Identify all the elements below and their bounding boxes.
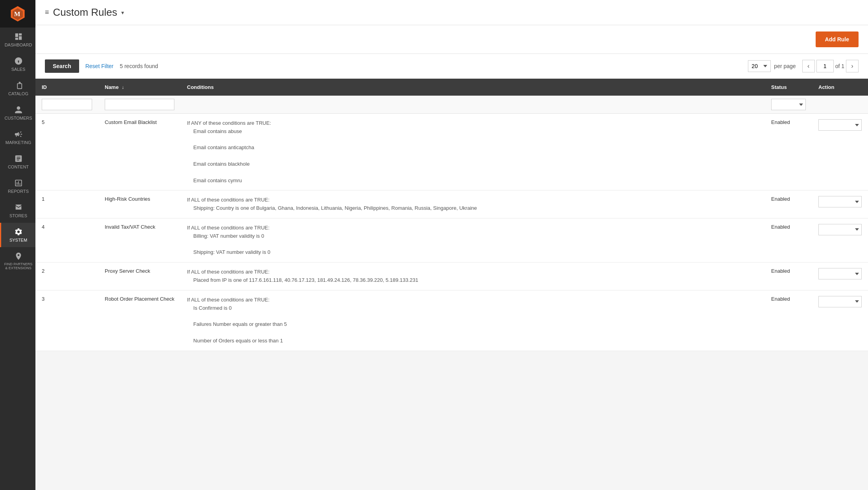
pagination: ‹ of 1 ›	[802, 60, 859, 72]
sidebar-item-catalog[interactable]: CATALOG	[0, 76, 35, 101]
col-header-name[interactable]: Name ↓	[98, 79, 181, 96]
sidebar-item-find-partners[interactable]: FIND PARTNERS & EXTENSIONS	[0, 247, 35, 275]
cell-action: EditDelete	[812, 290, 868, 351]
table-row: 4Invalid Tax/VAT CheckIf ALL of these co…	[35, 218, 868, 262]
action-select[interactable]: EditDelete	[818, 119, 862, 131]
sidebar-item-label: CATALOG	[8, 91, 28, 96]
page-title: Custom Rules	[53, 6, 117, 18]
search-bar: Search Reset Filter 5 records found 20 3…	[35, 54, 868, 79]
filter-id-input[interactable]	[42, 99, 92, 110]
col-header-status: Status	[765, 79, 812, 96]
table-row: 5Custom Email BlacklistIf ANY of these c…	[35, 114, 868, 190]
sidebar-item-content[interactable]: CONTENT	[0, 150, 35, 174]
cell-action: EditDelete	[812, 218, 868, 262]
cell-status: Enabled	[765, 190, 812, 218]
sidebar-item-label: CUSTOMERS	[4, 116, 32, 120]
sidebar-item-stores[interactable]: STORES	[0, 198, 35, 223]
table-row: 2Proxy Server CheckIf ALL of these condi…	[35, 263, 868, 290]
page-of-text: of 1	[835, 63, 844, 69]
records-found: 5 records found	[120, 63, 742, 69]
rules-table: ID Name ↓ Conditions Status Action	[35, 79, 868, 351]
main-content: ≡ Custom Rules ▾ Add Rule Search Reset F…	[35, 0, 868, 490]
action-select[interactable]: EditDelete	[818, 268, 862, 279]
cell-id: 2	[35, 263, 98, 290]
cell-status: Enabled	[765, 218, 812, 262]
sidebar-item-label: SALES	[11, 67, 25, 72]
magento-logo-icon: M	[9, 6, 26, 22]
reset-filter-button[interactable]: Reset Filter	[85, 63, 114, 69]
col-header-conditions: Conditions	[181, 79, 765, 96]
hamburger-icon[interactable]: ≡	[45, 8, 49, 17]
cell-action: EditDelete	[812, 263, 868, 290]
data-table-wrapper: ID Name ↓ Conditions Status Action	[35, 79, 868, 351]
table-header-row: ID Name ↓ Conditions Status Action	[35, 79, 868, 96]
toolbar: Add Rule	[35, 25, 868, 54]
sidebar-item-label: SYSTEM	[9, 238, 27, 242]
cell-action: EditDelete	[812, 114, 868, 190]
cell-conditions: If ANY of these conditions are TRUE: Ema…	[181, 114, 765, 190]
sidebar-logo: M	[0, 0, 35, 28]
sidebar-item-label: DASHBOARD	[5, 43, 32, 47]
prev-page-button[interactable]: ‹	[802, 60, 815, 72]
per-page-wrapper: 20 30 50 100 200 per page	[748, 60, 796, 72]
svg-text:M: M	[14, 10, 20, 18]
cell-conditions: If ALL of these conditions are TRUE: Bil…	[181, 218, 765, 262]
cell-id: 3	[35, 290, 98, 351]
sidebar-item-label: CONTENT	[8, 165, 29, 169]
per-page-label: per page	[774, 63, 796, 69]
cell-name: Custom Email Blacklist	[98, 114, 181, 190]
table-row: 3Robot Order Placement CheckIf ALL of th…	[35, 290, 868, 351]
filter-status-select[interactable]: Enabled Disabled	[771, 99, 806, 110]
action-select[interactable]: EditDelete	[818, 224, 862, 235]
action-select[interactable]: EditDelete	[818, 196, 862, 207]
cell-status: Enabled	[765, 263, 812, 290]
col-header-action: Action	[812, 79, 868, 96]
sidebar-item-dashboard[interactable]: DASHBOARD	[0, 28, 35, 52]
filter-name-input[interactable]	[105, 99, 174, 110]
per-page-select[interactable]: 20 30 50 100 200	[748, 60, 771, 72]
cell-conditions: If ALL of these conditions are TRUE: Pla…	[181, 263, 765, 290]
sidebar: M DASHBOARD SALES CATALOG CUSTOMERS MARK…	[0, 0, 35, 490]
col-header-id: ID	[35, 79, 98, 96]
filter-row: Enabled Disabled	[35, 96, 868, 114]
cell-status: Enabled	[765, 290, 812, 351]
cell-conditions: If ALL of these conditions are TRUE: Shi…	[181, 190, 765, 218]
search-button[interactable]: Search	[45, 59, 79, 73]
sidebar-item-customers[interactable]: CUSTOMERS	[0, 101, 35, 125]
cell-id: 5	[35, 114, 98, 190]
cell-status: Enabled	[765, 114, 812, 190]
cell-name: Invalid Tax/VAT Check	[98, 218, 181, 262]
sidebar-item-label: REPORTS	[8, 189, 29, 194]
cell-id: 4	[35, 218, 98, 262]
sidebar-item-marketing[interactable]: MARKETING	[0, 125, 35, 150]
add-rule-button[interactable]: Add Rule	[816, 31, 859, 47]
cell-id: 1	[35, 190, 98, 218]
sidebar-item-reports[interactable]: REPORTS	[0, 174, 35, 198]
next-page-button[interactable]: ›	[846, 60, 859, 72]
sidebar-item-label: STORES	[9, 213, 27, 218]
cell-name: Robot Order Placement Check	[98, 290, 181, 351]
sidebar-item-sales[interactable]: SALES	[0, 52, 35, 76]
table-row: 1High-Risk CountriesIf ALL of these cond…	[35, 190, 868, 218]
sort-arrow-name: ↓	[122, 85, 124, 90]
page-number-input[interactable]	[816, 60, 834, 72]
cell-conditions: If ALL of these conditions are TRUE: Is …	[181, 290, 765, 351]
sidebar-item-label: FIND PARTNERS & EXTENSIONS	[3, 262, 34, 270]
page-header: ≡ Custom Rules ▾	[35, 0, 868, 25]
cell-name: High-Risk Countries	[98, 190, 181, 218]
title-dropdown-icon[interactable]: ▾	[121, 9, 124, 16]
sidebar-item-label: MARKETING	[6, 140, 31, 145]
cell-name: Proxy Server Check	[98, 263, 181, 290]
cell-action: EditDelete	[812, 190, 868, 218]
sidebar-item-system[interactable]: SYSTEM	[0, 223, 35, 247]
action-select[interactable]: EditDelete	[818, 296, 862, 307]
